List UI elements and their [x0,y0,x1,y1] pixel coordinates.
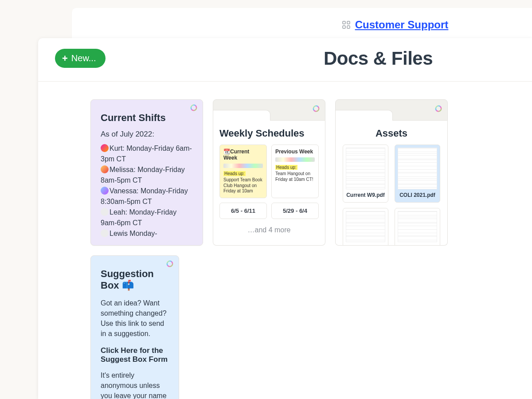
avatar-icon [101,229,109,237]
file-thumb[interactable] [395,208,440,246]
svg-point-4 [191,105,196,110]
file-thumb[interactable]: COLI 2021.pdf [395,145,440,203]
schedule-stripe-icon [223,164,263,168]
shifts-asof: As of July 2022: [101,130,193,139]
folder-title: Weekly Schedules [219,128,319,139]
folder-tab-bg [213,99,325,121]
folder-tab-bg [335,99,448,121]
folder-title: Assets [342,128,441,139]
date-range-chip[interactable]: 5/29 - 6/4 [271,203,319,219]
svg-rect-0 [343,21,345,24]
avatar-icon [101,187,109,195]
card-title: Current Shifts [101,112,193,124]
new-button-label: New... [71,53,96,63]
schedule-stripe-icon [275,157,315,162]
doc-card-suggestion-box[interactable]: Suggestion Box 📫 Got an idea? Want somet… [90,255,179,399]
mini-doc-current-week[interactable]: 📆Current Week Heads up: Support Team Boo… [219,145,267,198]
docs-and-files-panel: + New... Docs & Files Current Shifts As … [38,38,532,399]
avatar-icon [101,144,109,152]
card-title: Suggestion Box 📫 [101,268,169,292]
color-ring-icon [435,105,442,112]
document-preview-icon [346,148,385,189]
avatar-icon [101,208,109,216]
color-ring-icon [190,104,197,111]
date-range-chip[interactable]: 6/5 - 6/11 [219,203,267,219]
svg-point-6 [436,106,441,111]
page-title: Docs & Files [224,48,532,69]
plus-icon: + [62,54,68,63]
svg-point-5 [313,106,319,111]
svg-rect-1 [347,21,350,24]
document-preview-icon [398,211,437,242]
color-ring-icon [313,105,320,112]
and-more-label: …and 4 more [219,226,319,234]
avatar-icon [101,165,109,173]
svg-point-7 [167,261,172,266]
file-thumb[interactable] [343,208,388,246]
file-thumb[interactable]: Current W9.pdf [343,145,388,203]
document-preview-icon [398,148,437,189]
mini-doc-previous-week[interactable]: Previous Week Heads up: Team Hangout on … [271,145,319,198]
breadcrumb-customer-support[interactable]: Customer Support [355,19,449,31]
document-preview-icon [346,211,385,242]
apps-grid-icon [342,20,351,29]
doc-card-current-shifts[interactable]: Current Shifts As of July 2022: Kurt: Mo… [90,99,203,246]
svg-rect-3 [347,26,350,28]
folder-assets[interactable]: Assets Current W9.pdf COLI 2021.pdf [335,99,448,246]
new-button[interactable]: + New... [55,49,106,68]
shifts-list: Kurt: Monday-Friday 6am-3pm CT Melissa: … [101,143,193,239]
folder-weekly-schedules[interactable]: Weekly Schedules 📆Current Week Heads up:… [213,99,325,246]
color-ring-icon [166,260,173,267]
svg-rect-2 [343,26,345,28]
